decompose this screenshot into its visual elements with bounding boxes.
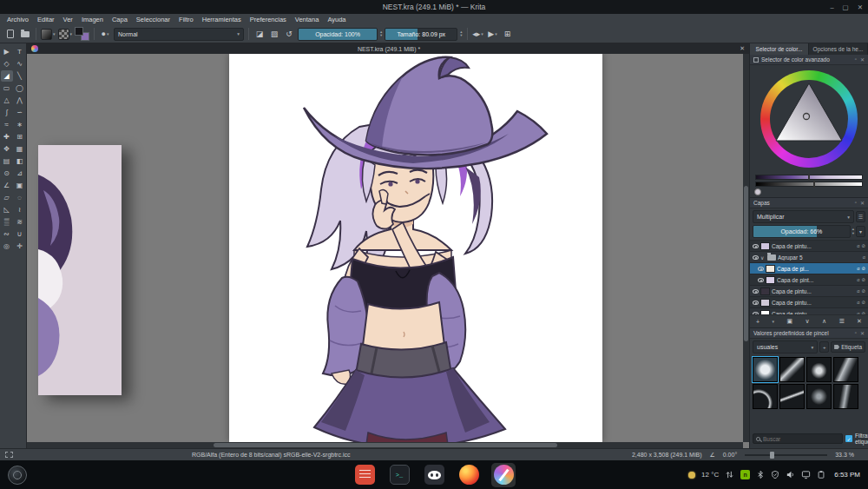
canvas-angle-value[interactable]: 0.00° bbox=[723, 452, 737, 458]
menu-editar[interactable]: Editar bbox=[33, 16, 59, 23]
opacity-slider[interactable]: Opacidad: 100% bbox=[298, 28, 378, 41]
move-layer-up-button[interactable]: ∧ bbox=[822, 318, 826, 325]
display-icon[interactable] bbox=[801, 470, 811, 479]
document-tab-bar[interactable]: NEST.kra (249.1 MiB) * ✕ bbox=[27, 43, 749, 54]
inherit-alpha-icon[interactable]: α bbox=[857, 243, 859, 248]
tool-calligraphy[interactable]: ∿ bbox=[14, 58, 26, 69]
duplicate-layer-button[interactable]: ▣ bbox=[786, 318, 792, 325]
settings-icon[interactable] bbox=[753, 57, 759, 63]
layer-filter-button[interactable]: ☰ bbox=[856, 211, 865, 222]
reload-preset-button[interactable]: ↺ bbox=[283, 28, 295, 40]
add-tag-button[interactable]: + bbox=[819, 341, 829, 353]
move-layer-down-button[interactable]: ∨ bbox=[805, 318, 809, 325]
tool-rectangle[interactable]: ▭ bbox=[1, 83, 13, 94]
selection-mode-icon[interactable] bbox=[5, 452, 13, 458]
tool-reference-images[interactable]: ▣ bbox=[14, 180, 26, 191]
start-menu-button[interactable] bbox=[8, 466, 27, 485]
menu-preferencias[interactable]: Preferencias bbox=[246, 16, 291, 23]
visibility-eye-icon[interactable] bbox=[753, 289, 759, 294]
clipboard-icon[interactable] bbox=[817, 470, 825, 479]
tool-color-sampler[interactable]: ⊙ bbox=[1, 168, 13, 179]
inherit-alpha-icon[interactable]: α bbox=[863, 254, 865, 260]
menu-ayuda[interactable]: Ayuda bbox=[323, 16, 350, 23]
zoom-slider[interactable] bbox=[745, 454, 827, 456]
opacity-spinner[interactable]: ▴▾ bbox=[380, 30, 382, 38]
brush-preset-thumbnail[interactable] bbox=[753, 384, 778, 409]
brush-editor-button[interactable]: ●▾ bbox=[99, 28, 111, 40]
layer-lock-icon[interactable]: ⊘ bbox=[861, 277, 865, 282]
tool-smart-patch[interactable]: ✚ bbox=[1, 131, 13, 142]
menu-filtro[interactable]: Filtro bbox=[174, 16, 198, 23]
add-layer-button[interactable]: + bbox=[756, 319, 760, 325]
layer-row-selected[interactable]: Capa de pi... α ⊘ bbox=[750, 263, 868, 274]
foreground-background-colors[interactable] bbox=[75, 27, 89, 41]
canvas-viewport[interactable] bbox=[27, 54, 749, 448]
tool-fill[interactable]: ◧ bbox=[14, 155, 26, 167]
volume-icon[interactable] bbox=[786, 470, 795, 479]
menu-seleccionar[interactable]: Seleccionar bbox=[132, 16, 174, 23]
open-document-button[interactable] bbox=[19, 28, 31, 40]
spin-down-icon[interactable]: ▾ bbox=[460, 34, 462, 38]
inherit-alpha-icon[interactable]: α bbox=[857, 266, 859, 271]
tool-polygon-select[interactable]: ◺ bbox=[1, 204, 13, 215]
menu-ver[interactable]: Ver bbox=[59, 16, 77, 23]
tool-line[interactable]: ╲ bbox=[14, 70, 26, 82]
close-button[interactable]: ✕ bbox=[858, 3, 863, 11]
weather-icon[interactable] bbox=[688, 472, 695, 479]
document-close-icon[interactable]: ✕ bbox=[740, 45, 745, 52]
tool-similar-select[interactable]: ≋ bbox=[14, 216, 26, 228]
visibility-eye-icon[interactable] bbox=[758, 278, 764, 282]
tool-transform[interactable]: ⊞ bbox=[14, 131, 26, 142]
inherit-alpha-icon[interactable]: α bbox=[857, 277, 859, 282]
network-traffic-icon[interactable] bbox=[725, 470, 734, 479]
tool-freehand-brush[interactable]: ◢ bbox=[1, 70, 13, 82]
wrap-around-button[interactable]: ⊞ bbox=[502, 28, 514, 40]
tool-polygon[interactable]: △ bbox=[1, 95, 13, 106]
visibility-eye-icon[interactable] bbox=[753, 312, 759, 315]
tool-freehand-select[interactable]: ≀ bbox=[14, 204, 26, 215]
horizontal-scrollbar[interactable] bbox=[27, 442, 743, 448]
layer-row[interactable]: Capa de pintu... α ⊘ bbox=[750, 241, 868, 252]
discord-app-button[interactable] bbox=[422, 463, 446, 487]
shield-icon[interactable] bbox=[771, 470, 779, 479]
close-docker-icon[interactable]: ✕ bbox=[860, 200, 865, 206]
spin-down-icon[interactable]: ▾ bbox=[852, 232, 854, 236]
playback-button[interactable]: ▶▾ bbox=[487, 28, 499, 40]
canvas-angle-icon[interactable]: ∠ bbox=[709, 452, 714, 459]
brush-preset-thumbnail[interactable] bbox=[779, 384, 805, 409]
layer-options-button[interactable]: ▾ bbox=[856, 226, 865, 237]
tool-polyline[interactable]: ⋀ bbox=[14, 95, 26, 106]
visibility-eye-icon[interactable] bbox=[758, 267, 764, 271]
clock-text[interactable]: 6:53 PM bbox=[834, 471, 860, 479]
spin-down-icon[interactable]: ▾ bbox=[380, 34, 382, 38]
tool-measure[interactable]: ∠ bbox=[1, 180, 13, 191]
reference-image[interactable] bbox=[38, 145, 122, 395]
saturation-value-triangle[interactable] bbox=[770, 80, 848, 158]
brush-size-slider[interactable]: Tamaño: 80.09 px bbox=[385, 28, 457, 41]
layer-lock-icon[interactable]: ⊘ bbox=[861, 300, 865, 305]
brush-preset-thumbnail[interactable] bbox=[753, 357, 778, 382]
preset-search-box[interactable] bbox=[753, 433, 843, 444]
vertical-scrollbar-thumb[interactable] bbox=[744, 186, 748, 341]
brush-preset-thumbnail[interactable] bbox=[833, 384, 858, 409]
eraser-mode-button[interactable]: ◪ bbox=[253, 28, 266, 40]
tool-dynamic-brush[interactable]: ≈ bbox=[1, 119, 13, 130]
document-canvas[interactable] bbox=[229, 54, 602, 442]
search-input[interactable] bbox=[763, 436, 839, 442]
tool-bezier-select[interactable]: ∾ bbox=[1, 228, 13, 240]
layer-properties-button[interactable]: ☰ bbox=[838, 318, 844, 325]
float-docker-icon[interactable]: ▫ bbox=[855, 330, 857, 336]
value-strip-marker[interactable] bbox=[813, 181, 815, 188]
tool-edit-shapes[interactable]: ◇ bbox=[1, 58, 13, 69]
gradient-chooser[interactable]: ▾ bbox=[41, 28, 56, 40]
firefox-app-button[interactable] bbox=[457, 463, 481, 487]
menu-archivo[interactable]: Archivo bbox=[3, 16, 33, 23]
tag-dropdown[interactable]: usuales▾ bbox=[753, 340, 818, 354]
zoom-percentage[interactable]: 33.3 % bbox=[835, 452, 854, 458]
temperature-text[interactable]: 12 °C bbox=[701, 471, 719, 479]
tool-select-shapes[interactable]: ▶ bbox=[1, 46, 13, 57]
tool-ellipse-select[interactable]: ◌ bbox=[14, 192, 26, 203]
tool-freehand-path[interactable]: ∽ bbox=[14, 107, 26, 118]
krita-app-button[interactable] bbox=[491, 463, 516, 487]
shade-strip-marker[interactable] bbox=[808, 174, 810, 181]
